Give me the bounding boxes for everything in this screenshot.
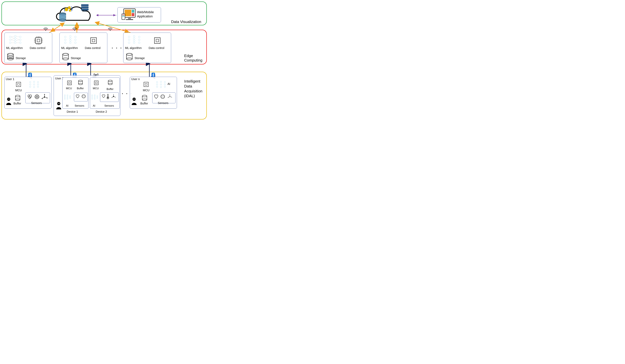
svg-point-144 bbox=[108, 80, 112, 82]
storage-cyl-icon bbox=[14, 95, 21, 101]
bluetooth-icon bbox=[28, 73, 32, 77]
usern-mcu-label: MCU bbox=[143, 89, 150, 92]
svg-point-166 bbox=[156, 82, 158, 83]
svg-point-110 bbox=[33, 84, 35, 85]
d1-sensors-label: Sensors bbox=[75, 104, 84, 107]
svg-point-86 bbox=[128, 36, 130, 38]
svg-line-48 bbox=[11, 37, 14, 38]
svg-point-114 bbox=[37, 86, 39, 87]
svg-point-13 bbox=[82, 9, 83, 10]
storage-cyl-icon bbox=[141, 95, 148, 101]
svg-point-174 bbox=[164, 86, 166, 87]
svg-line-180 bbox=[170, 96, 172, 97]
svg-rect-56 bbox=[35, 38, 41, 43]
d1-buffer-label: Buffer bbox=[77, 87, 84, 90]
svg-point-177 bbox=[161, 95, 165, 99]
wifi-icon-2 bbox=[72, 26, 78, 31]
svg-point-40 bbox=[14, 35, 16, 37]
web-mobile-label: Web/Mobile Application bbox=[137, 10, 154, 18]
svg-point-87 bbox=[128, 39, 130, 41]
edge1-ml-label: ML algorithm bbox=[6, 46, 23, 50]
svg-point-178 bbox=[161, 96, 165, 97]
user1-mcu-label: MCU bbox=[15, 89, 22, 92]
usern-ai-label: AI bbox=[167, 82, 170, 85]
svg-point-116 bbox=[15, 99, 20, 101]
svg-point-2 bbox=[69, 10, 71, 12]
svg-point-176 bbox=[142, 99, 147, 101]
arrow-cloud-app bbox=[96, 14, 118, 17]
svg-point-168 bbox=[156, 86, 158, 87]
svg-rect-24 bbox=[122, 16, 125, 16]
svg-point-132 bbox=[64, 95, 65, 96]
svg-point-76 bbox=[69, 37, 71, 39]
chip-icon bbox=[33, 35, 43, 46]
svg-point-90 bbox=[133, 37, 135, 39]
svg-rect-21 bbox=[126, 19, 133, 20]
svg-point-161 bbox=[57, 102, 60, 105]
svg-point-45 bbox=[19, 39, 21, 41]
wifi-icon-1 bbox=[43, 26, 49, 31]
svg-point-93 bbox=[138, 36, 140, 38]
svg-point-34 bbox=[45, 30, 46, 31]
person-icon bbox=[130, 97, 138, 106]
svg-point-150 bbox=[94, 96, 95, 98]
heartrate-icon bbox=[154, 94, 159, 99]
svg-point-138 bbox=[69, 96, 71, 97]
device1-label: Device 1 bbox=[67, 110, 78, 113]
edge3-ctrl-label: Data control bbox=[149, 46, 164, 50]
gyroscope-icon bbox=[34, 94, 40, 100]
svg-point-12 bbox=[82, 7, 83, 8]
svg-point-85 bbox=[63, 58, 68, 60]
svg-rect-19 bbox=[132, 13, 134, 16]
svg-point-43 bbox=[14, 42, 16, 44]
svg-point-70 bbox=[7, 53, 13, 55]
svg-point-46 bbox=[19, 42, 21, 44]
svg-rect-96 bbox=[155, 38, 160, 43]
svg-point-41 bbox=[14, 37, 16, 39]
edge3-storage-label: Storage bbox=[135, 56, 145, 60]
svg-point-141 bbox=[82, 96, 85, 97]
svg-point-38 bbox=[9, 39, 11, 41]
svg-point-149 bbox=[94, 95, 95, 96]
storage-cyl-icon bbox=[6, 53, 14, 61]
svg-point-73 bbox=[64, 39, 66, 41]
svg-rect-128 bbox=[67, 81, 71, 85]
svg-rect-18 bbox=[132, 10, 134, 13]
edge2-ctrl-label: Data control bbox=[85, 46, 100, 50]
svg-point-79 bbox=[75, 36, 76, 38]
svg-point-112 bbox=[37, 82, 39, 83]
neural-net-icon bbox=[91, 94, 98, 100]
person-icon bbox=[55, 101, 62, 110]
svg-point-99 bbox=[126, 58, 132, 60]
svg-point-137 bbox=[67, 98, 68, 99]
svg-point-136 bbox=[67, 96, 68, 98]
svg-point-106 bbox=[30, 82, 31, 83]
edge1-ctrl-label: Data control bbox=[30, 46, 45, 50]
usern-buffer-label: Buffer bbox=[140, 102, 148, 105]
accelerometer-icon bbox=[111, 93, 117, 100]
svg-point-74 bbox=[64, 42, 66, 44]
monitor-icon bbox=[122, 8, 136, 22]
d2-buffer-label: Buffer bbox=[107, 88, 114, 91]
chip-icon bbox=[142, 80, 150, 88]
svg-rect-17 bbox=[125, 10, 131, 16]
gyroscope-icon bbox=[160, 94, 165, 99]
svg-point-169 bbox=[160, 81, 162, 83]
svg-point-94 bbox=[138, 39, 140, 41]
server-icon bbox=[81, 4, 89, 12]
accelerometer-icon bbox=[41, 94, 48, 100]
neural-net-icon bbox=[64, 94, 71, 100]
svg-rect-57 bbox=[37, 39, 40, 42]
svg-rect-143 bbox=[95, 82, 97, 84]
svg-line-54 bbox=[16, 40, 19, 41]
chip-icon bbox=[93, 79, 100, 86]
svg-point-170 bbox=[160, 84, 162, 85]
device2-label: Device 2 bbox=[96, 110, 107, 113]
d2-mcu-label: MCU bbox=[93, 87, 99, 90]
storage-cyl-icon bbox=[107, 80, 113, 85]
svg-line-50 bbox=[11, 40, 14, 41]
svg-point-148 bbox=[92, 98, 93, 99]
chip-icon bbox=[152, 35, 162, 46]
usern-label: User n bbox=[131, 78, 140, 81]
user1-label: User 1 bbox=[6, 78, 14, 81]
